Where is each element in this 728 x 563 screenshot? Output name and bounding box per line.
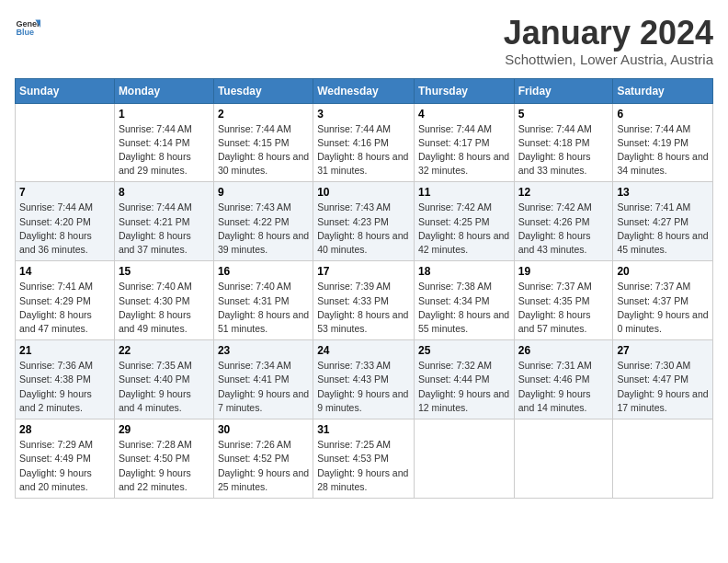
calendar-cell: 23Sunrise: 7:34 AMSunset: 4:41 PMDayligh… — [213, 340, 313, 419]
column-header-tuesday: Tuesday — [213, 78, 313, 103]
day-info: Sunrise: 7:44 AMSunset: 4:20 PMDaylight:… — [19, 201, 110, 257]
calendar-cell: 29Sunrise: 7:28 AMSunset: 4:50 PMDayligh… — [114, 419, 213, 499]
calendar-week-row: 21Sunrise: 7:36 AMSunset: 4:38 PMDayligh… — [16, 340, 713, 419]
day-number: 26 — [518, 344, 609, 357]
calendar-cell: 22Sunrise: 7:35 AMSunset: 4:40 PMDayligh… — [114, 340, 213, 419]
svg-text:Blue: Blue — [16, 28, 34, 37]
day-number: 24 — [317, 344, 410, 357]
calendar-cell: 7Sunrise: 7:44 AMSunset: 4:20 PMDaylight… — [16, 182, 115, 261]
day-number: 20 — [617, 265, 709, 278]
day-number: 31 — [317, 423, 410, 436]
calendar-cell — [414, 419, 514, 499]
day-info: Sunrise: 7:35 AMSunset: 4:40 PMDaylight:… — [119, 359, 210, 415]
day-info: Sunrise: 7:28 AMSunset: 4:50 PMDaylight:… — [119, 438, 210, 494]
calendar-cell: 3Sunrise: 7:44 AMSunset: 4:16 PMDaylight… — [313, 103, 415, 182]
calendar-week-row: 14Sunrise: 7:41 AMSunset: 4:29 PMDayligh… — [16, 261, 713, 340]
day-number: 9 — [218, 186, 309, 199]
calendar-cell: 4Sunrise: 7:44 AMSunset: 4:17 PMDaylight… — [414, 103, 514, 182]
column-header-thursday: Thursday — [414, 78, 514, 103]
calendar-cell: 10Sunrise: 7:43 AMSunset: 4:23 PMDayligh… — [313, 182, 415, 261]
day-info: Sunrise: 7:44 AMSunset: 4:18 PMDaylight:… — [518, 122, 609, 178]
day-number: 30 — [218, 423, 309, 436]
calendar-cell — [514, 419, 613, 499]
day-number: 5 — [518, 108, 609, 121]
day-info: Sunrise: 7:29 AMSunset: 4:49 PMDaylight:… — [19, 438, 110, 494]
day-info: Sunrise: 7:44 AMSunset: 4:19 PMDaylight:… — [617, 122, 709, 178]
column-header-saturday: Saturday — [613, 78, 713, 103]
calendar-cell: 13Sunrise: 7:41 AMSunset: 4:27 PMDayligh… — [613, 182, 713, 261]
logo: General Blue — [15, 15, 40, 40]
day-info: Sunrise: 7:44 AMSunset: 4:16 PMDaylight:… — [317, 122, 410, 178]
calendar-cell: 12Sunrise: 7:42 AMSunset: 4:26 PMDayligh… — [514, 182, 613, 261]
column-header-sunday: Sunday — [16, 78, 115, 103]
calendar-cell: 25Sunrise: 7:32 AMSunset: 4:44 PMDayligh… — [414, 340, 514, 419]
day-info: Sunrise: 7:40 AMSunset: 4:30 PMDaylight:… — [119, 280, 210, 336]
logo-icon: General Blue — [15, 15, 40, 40]
calendar-cell — [16, 103, 115, 182]
column-header-monday: Monday — [114, 78, 213, 103]
day-number: 17 — [317, 265, 410, 278]
day-info: Sunrise: 7:44 AMSunset: 4:15 PMDaylight:… — [218, 122, 309, 178]
day-info: Sunrise: 7:38 AMSunset: 4:34 PMDaylight:… — [418, 280, 510, 336]
calendar-cell: 1Sunrise: 7:44 AMSunset: 4:14 PMDaylight… — [114, 103, 213, 182]
calendar-cell: 11Sunrise: 7:42 AMSunset: 4:25 PMDayligh… — [414, 182, 514, 261]
day-number: 15 — [119, 265, 210, 278]
day-number: 8 — [119, 186, 210, 199]
calendar-table: SundayMondayTuesdayWednesdayThursdayFrid… — [15, 78, 713, 499]
calendar-cell: 21Sunrise: 7:36 AMSunset: 4:38 PMDayligh… — [16, 340, 115, 419]
day-number: 27 — [617, 344, 709, 357]
day-info: Sunrise: 7:32 AMSunset: 4:44 PMDaylight:… — [418, 359, 510, 415]
day-info: Sunrise: 7:44 AMSunset: 4:21 PMDaylight:… — [119, 201, 210, 257]
day-number: 1 — [119, 108, 210, 121]
day-info: Sunrise: 7:41 AMSunset: 4:27 PMDaylight:… — [617, 201, 709, 257]
day-info: Sunrise: 7:37 AMSunset: 4:37 PMDaylight:… — [617, 280, 709, 336]
column-header-friday: Friday — [514, 78, 613, 103]
day-info: Sunrise: 7:26 AMSunset: 4:52 PMDaylight:… — [218, 438, 309, 494]
day-info: Sunrise: 7:40 AMSunset: 4:31 PMDaylight:… — [218, 280, 309, 336]
day-number: 12 — [518, 186, 609, 199]
column-header-wednesday: Wednesday — [313, 78, 415, 103]
day-number: 2 — [218, 108, 309, 121]
day-number: 25 — [418, 344, 510, 357]
day-number: 29 — [119, 423, 210, 436]
calendar-cell: 24Sunrise: 7:33 AMSunset: 4:43 PMDayligh… — [313, 340, 415, 419]
day-info: Sunrise: 7:34 AMSunset: 4:41 PMDaylight:… — [218, 359, 309, 415]
calendar-cell: 17Sunrise: 7:39 AMSunset: 4:33 PMDayligh… — [313, 261, 415, 340]
day-number: 11 — [418, 186, 510, 199]
day-number: 14 — [19, 265, 110, 278]
day-number: 22 — [119, 344, 210, 357]
day-info: Sunrise: 7:31 AMSunset: 4:46 PMDaylight:… — [518, 359, 609, 415]
day-info: Sunrise: 7:25 AMSunset: 4:53 PMDaylight:… — [317, 438, 410, 494]
calendar-cell: 6Sunrise: 7:44 AMSunset: 4:19 PMDaylight… — [613, 103, 713, 182]
day-info: Sunrise: 7:39 AMSunset: 4:33 PMDaylight:… — [317, 280, 410, 336]
day-info: Sunrise: 7:44 AMSunset: 4:17 PMDaylight:… — [418, 122, 510, 178]
title-block: January 2024 Schottwien, Lower Austria, … — [504, 15, 713, 67]
calendar-cell: 31Sunrise: 7:25 AMSunset: 4:53 PMDayligh… — [313, 419, 415, 499]
calendar-cell: 18Sunrise: 7:38 AMSunset: 4:34 PMDayligh… — [414, 261, 514, 340]
calendar-header-row: SundayMondayTuesdayWednesdayThursdayFrid… — [16, 78, 713, 103]
day-info: Sunrise: 7:42 AMSunset: 4:25 PMDaylight:… — [418, 201, 510, 257]
calendar-cell: 8Sunrise: 7:44 AMSunset: 4:21 PMDaylight… — [114, 182, 213, 261]
day-number: 18 — [418, 265, 510, 278]
calendar-cell: 19Sunrise: 7:37 AMSunset: 4:35 PMDayligh… — [514, 261, 613, 340]
calendar-cell: 2Sunrise: 7:44 AMSunset: 4:15 PMDaylight… — [213, 103, 313, 182]
calendar-cell: 30Sunrise: 7:26 AMSunset: 4:52 PMDayligh… — [213, 419, 313, 499]
calendar-cell: 9Sunrise: 7:43 AMSunset: 4:22 PMDaylight… — [213, 182, 313, 261]
calendar-week-row: 7Sunrise: 7:44 AMSunset: 4:20 PMDaylight… — [16, 182, 713, 261]
calendar-cell: 5Sunrise: 7:44 AMSunset: 4:18 PMDaylight… — [514, 103, 613, 182]
day-number: 23 — [218, 344, 309, 357]
day-info: Sunrise: 7:37 AMSunset: 4:35 PMDaylight:… — [518, 280, 609, 336]
day-number: 13 — [617, 186, 709, 199]
calendar-cell: 14Sunrise: 7:41 AMSunset: 4:29 PMDayligh… — [16, 261, 115, 340]
calendar-cell — [613, 419, 713, 499]
day-number: 10 — [317, 186, 410, 199]
day-info: Sunrise: 7:33 AMSunset: 4:43 PMDaylight:… — [317, 359, 410, 415]
day-info: Sunrise: 7:41 AMSunset: 4:29 PMDaylight:… — [19, 280, 110, 336]
location-title: Schottwien, Lower Austria, Austria — [504, 52, 713, 67]
day-number: 16 — [218, 265, 309, 278]
day-number: 21 — [19, 344, 110, 357]
calendar-cell: 15Sunrise: 7:40 AMSunset: 4:30 PMDayligh… — [114, 261, 213, 340]
calendar-cell: 28Sunrise: 7:29 AMSunset: 4:49 PMDayligh… — [16, 419, 115, 499]
calendar-cell: 20Sunrise: 7:37 AMSunset: 4:37 PMDayligh… — [613, 261, 713, 340]
page-header: General Blue January 2024 Schottwien, Lo… — [15, 15, 713, 67]
